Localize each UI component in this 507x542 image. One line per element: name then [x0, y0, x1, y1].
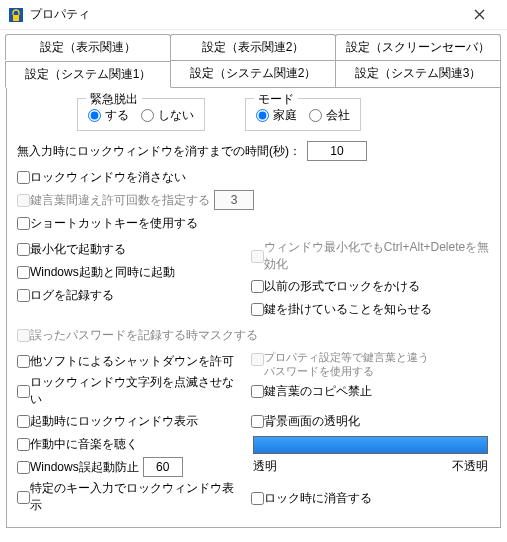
label-allow-shutdown: 他ソフトによるシャットダウンを許可 [30, 353, 234, 370]
checkbox-noclear[interactable] [17, 171, 30, 184]
radio-mode-office[interactable]: 会社 [309, 107, 350, 124]
radio-mode-office-input[interactable] [309, 109, 322, 122]
row-mistake-limit: 鍵言葉間違え許可回数を指定する [17, 190, 490, 210]
group-mode: モード 家庭 会社 [245, 98, 361, 131]
checkbox-mute-on-lock[interactable] [251, 492, 264, 505]
label-log: ログを記録する [30, 287, 114, 304]
label-shortcut: ショートカットキーを使用する [30, 215, 198, 232]
checkbox-music[interactable] [17, 438, 30, 451]
tab-display-2[interactable]: 設定（表示関連2） [170, 34, 336, 60]
checkbox-old-lock[interactable] [251, 280, 264, 293]
tab-system-3[interactable]: 設定（システム関連3） [335, 60, 501, 87]
label-old-lock: 以前の形式でロックをかける [264, 278, 420, 295]
svg-rect-1 [13, 15, 19, 21]
group-emergency-exit: 緊急脱出 する しない [77, 98, 205, 131]
label-show-on-start: 起動時にロックウィンドウ表示 [30, 413, 198, 430]
label-notify-lock: 鍵を掛けていることを知らせる [264, 301, 432, 318]
app-icon [8, 7, 24, 23]
row-mask: 誤ったパスワードを記録する時マスクする [17, 325, 490, 345]
checkbox-mistake-limit [17, 194, 30, 207]
checkbox-specific-key[interactable] [17, 491, 30, 504]
checkbox-log[interactable] [17, 289, 30, 302]
radio-mode-home-input[interactable] [256, 109, 269, 122]
checkbox-notify-lock[interactable] [251, 303, 264, 316]
checkbox-show-on-start[interactable] [17, 415, 30, 428]
checkbox-misstart[interactable] [17, 461, 30, 474]
slider-label-right: 不透明 [452, 458, 488, 475]
tab-strip: 設定（表示関連） 設定（表示関連2） 設定（スクリーンセーバ） 設定（システム関… [6, 34, 501, 87]
slider-track[interactable] [253, 436, 488, 454]
label-autostart: Windows起動と同時に起動 [30, 264, 175, 281]
checkbox-no-copy-key[interactable] [251, 385, 264, 398]
label-music: 作動中に音楽を聴く [30, 436, 138, 453]
label-mute-on-lock: ロック時に消音する [264, 490, 372, 507]
label-misstart: Windows誤起動防止 [30, 459, 139, 476]
checkbox-bg-transparent[interactable] [251, 415, 264, 428]
label-no-copy-key: 鍵言葉のコピペ禁止 [264, 383, 372, 400]
dialog-footer: OK キャンセル 適用 ? ヘルプ [0, 534, 507, 542]
row-noclear: ロックウィンドウを消さない [17, 167, 490, 187]
checkbox-autostart[interactable] [17, 266, 30, 279]
tab-display-1[interactable]: 設定（表示関連） [5, 34, 171, 60]
checkbox-allow-shutdown[interactable] [17, 355, 30, 368]
label-min-ctrl: ウィンドウ最小化でもCtrl+Alt+Deleteを無効化 [264, 239, 490, 273]
radio-label: しない [158, 107, 194, 124]
group-emergency-title: 緊急脱出 [86, 91, 142, 108]
timeout-row: 無入力時にロックウィンドウを消すまでの時間(秒)： [17, 141, 490, 161]
radio-emergency-on-input[interactable] [88, 109, 101, 122]
tab-screensaver[interactable]: 設定（スクリーンセーバ） [335, 34, 501, 60]
slider-label-left: 透明 [253, 458, 277, 475]
label-bg-transparent: 背景画面の透明化 [264, 413, 360, 430]
checkbox-start-min[interactable] [17, 243, 30, 256]
radio-label: 会社 [326, 107, 350, 124]
checkbox-mask [17, 329, 30, 342]
spin-mistake-limit [214, 190, 254, 210]
checkbox-prop-pwd [251, 353, 264, 366]
radio-label: する [105, 107, 129, 124]
radio-emergency-off-input[interactable] [141, 109, 154, 122]
label-prop-pwd: プロパティ設定等で鍵言葉と違う パスワードを使用する [264, 351, 429, 379]
radio-label: 家庭 [273, 107, 297, 124]
tab-system-1[interactable]: 設定（システム関連1） [5, 61, 171, 88]
transparency-slider[interactable]: 透明 不透明 [251, 436, 490, 475]
tab-system-2[interactable]: 設定（システム関連2） [170, 60, 336, 87]
close-button[interactable] [459, 1, 499, 29]
label-no-blink: ロックウィンドウ文字列を点滅させない [30, 374, 245, 408]
checkbox-min-ctrl [251, 250, 264, 263]
radio-emergency-on[interactable]: する [88, 107, 129, 124]
label-noclear: ロックウィンドウを消さない [30, 169, 186, 186]
close-icon [474, 9, 485, 20]
label-start-min: 最小化で起動する [30, 241, 126, 258]
settings-panel: 緊急脱出 する しない モード 家庭 [6, 87, 501, 528]
window-title: プロパティ [30, 6, 459, 23]
label-specific-key: 特定のキー入力でロックウィンドウ表示 [30, 480, 245, 514]
radio-emergency-off[interactable]: しない [141, 107, 194, 124]
titlebar: プロパティ [0, 0, 507, 30]
label-mask: 誤ったパスワードを記録する時マスクする [30, 327, 258, 344]
checkbox-shortcut[interactable] [17, 217, 30, 230]
radio-mode-home[interactable]: 家庭 [256, 107, 297, 124]
row-shortcut: ショートカットキーを使用する [17, 213, 490, 233]
label-mistake-limit: 鍵言葉間違え許可回数を指定する [30, 192, 210, 209]
timeout-label: 無入力時にロックウィンドウを消すまでの時間(秒)： [17, 143, 301, 160]
group-mode-title: モード [254, 91, 298, 108]
checkbox-no-blink[interactable] [17, 385, 30, 398]
spin-misstart[interactable] [143, 457, 183, 477]
timeout-input[interactable] [307, 141, 367, 161]
